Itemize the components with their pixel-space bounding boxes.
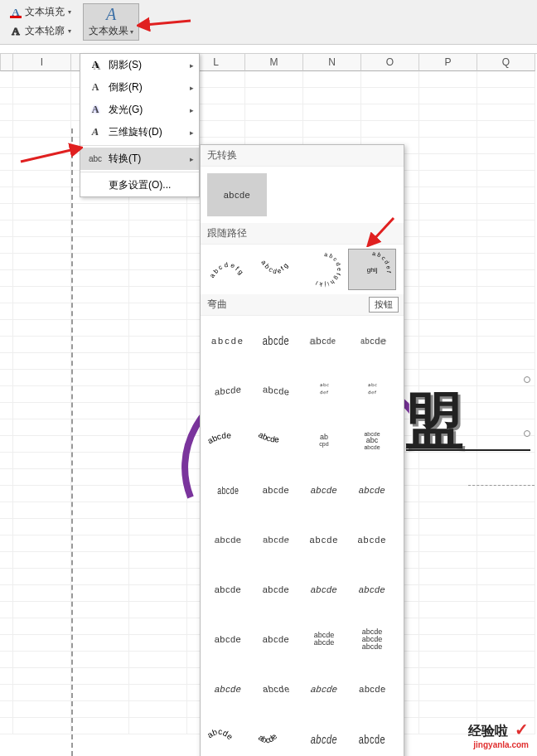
- text-outline-icon: A: [10, 26, 22, 37]
- warp-thumb[interactable]: abcde: [348, 469, 396, 511]
- warp-thumb[interactable]: abcde: [252, 320, 300, 361]
- text-fill-button[interactable]: A 文本填充 ▾: [7, 3, 75, 21]
- warp-thumb[interactable]: ᵃᵇᶜᵈᵉᶠ: [348, 370, 396, 411]
- warp-thumb[interactable]: abcde: [204, 370, 252, 411]
- warp-row: abcde abcde abcpd abcdeabcabcde: [201, 415, 404, 465]
- warp-thumb[interactable]: abcde: [252, 718, 300, 756]
- transform-icon: abc: [87, 154, 104, 163]
- warp-row: abcde abcde abcde abcde: [201, 515, 404, 565]
- warp-thumb[interactable]: abcde: [204, 519, 252, 560]
- menu-label: 倒影(R): [109, 80, 143, 94]
- warp-thumb[interactable]: abcde: [204, 469, 252, 511]
- warp-thumb[interactable]: abcde: [252, 618, 300, 660]
- warp-row: abcde abcde abcdeabcde abcdeabcdeabcde: [201, 614, 404, 664]
- warp-row: abcde abcde ᵃᵇᶜᵈᵉᶠ ᵃᵇᶜᵈᵉᶠ: [201, 366, 404, 415]
- col-header[interactable]: N: [303, 54, 361, 71]
- warp-thumb[interactable]: abcde: [348, 718, 396, 756]
- warp-thumb[interactable]: abcde: [252, 370, 300, 411]
- svg-line-0: [145, 21, 191, 25]
- chevron-down-icon: ▾: [68, 27, 71, 35]
- col-header[interactable]: O: [361, 54, 419, 71]
- chevron-down-icon: ▾: [128, 28, 133, 36]
- warp-thumb[interactable]: abcde: [300, 668, 348, 710]
- path-circle[interactable]: a b c d e f g h i j k l: [300, 249, 348, 290]
- warp-thumb[interactable]: abcde: [204, 618, 252, 660]
- warp-thumb[interactable]: abcde: [300, 569, 348, 610]
- warp-thumb[interactable]: abcde: [204, 718, 252, 756]
- section-no-transform: 无转换: [201, 145, 404, 167]
- warp-thumb[interactable]: abcde: [252, 419, 300, 461]
- col-header[interactable]: Q: [477, 54, 535, 71]
- menu-reflection[interactable]: A 倒影(R) ▸: [80, 76, 199, 99]
- wordart-underline: [406, 449, 530, 451]
- warp-thumb[interactable]: abcde: [348, 569, 396, 610]
- text-outline-label: 文本轮廓: [25, 24, 65, 38]
- warp-thumb[interactable]: abcde: [348, 668, 396, 710]
- menu-label: 转换(T): [109, 152, 141, 166]
- svg-text:abcde: abcde: [257, 429, 279, 443]
- menu-3d-rotation[interactable]: A 三维旋转(D) ▸: [80, 121, 199, 143]
- watermark-text: 经验啦: [468, 724, 508, 738]
- warp-thumb[interactable]: abcde: [300, 469, 348, 511]
- warp-thumb[interactable]: abcde: [252, 519, 300, 560]
- chevron-down-icon: ▾: [68, 8, 71, 16]
- col-header[interactable]: M: [245, 54, 303, 71]
- glow-icon: A: [87, 104, 104, 116]
- warp-thumb[interactable]: abcde: [204, 320, 252, 361]
- text-effects-label: 文本效果 ▾: [89, 24, 133, 38]
- warp-thumb[interactable]: abcpd: [300, 419, 348, 461]
- ribbon-toolbar: A 文本填充 ▾ A 文本轮廓 ▾ A 文本效果 ▾: [0, 0, 537, 45]
- svg-text:a b c d e f g: a b c d e f g: [259, 259, 289, 275]
- warp-thumb[interactable]: abcde: [252, 668, 300, 710]
- col-header[interactable]: P: [419, 54, 477, 71]
- warp-thumb[interactable]: abcde: [348, 519, 396, 560]
- text-effects-button[interactable]: A 文本效果 ▾: [83, 3, 139, 41]
- resize-handle[interactable]: [524, 376, 530, 383]
- menu-shadow[interactable]: A 阴影(S) ▸: [80, 54, 199, 76]
- menu-glow[interactable]: A 发光(G) ▸: [80, 99, 199, 121]
- reflection-icon: A: [87, 81, 104, 94]
- warp-thumb[interactable]: ᵃᵇᶜᵈᵉᶠ: [300, 370, 348, 411]
- text-fill-icon: A: [10, 7, 22, 18]
- menu-label: 三维旋转(D): [109, 125, 162, 139]
- text-effects-menu: A 阴影(S) ▸ A 倒影(R) ▸ A 发光(G) ▸ A 三维旋转(D) …: [80, 53, 200, 197]
- resize-handle[interactable]: [524, 430, 530, 437]
- warp-thumb[interactable]: abcde: [204, 668, 252, 710]
- warp-thumb[interactable]: abcde: [252, 469, 300, 511]
- path-button[interactable]: a b c d e fghij: [348, 249, 396, 290]
- text-outline-button[interactable]: A 文本轮廓 ▾: [7, 22, 75, 40]
- chevron-right-icon: ▸: [190, 84, 194, 92]
- annotation-arrow: [137, 8, 195, 33]
- no-transform-thumb[interactable]: abcde: [207, 173, 267, 216]
- watermark-url: jingyanla.com: [468, 740, 529, 749]
- menu-more-settings[interactable]: 更多设置(O)...: [80, 174, 199, 196]
- chevron-right-icon: ▸: [190, 61, 194, 70]
- annotation-arrow: [365, 214, 398, 247]
- warp-thumb[interactable]: abcde: [300, 718, 348, 756]
- path-thumbs: a b c d e f g a b c d e f g a b c d e f …: [201, 245, 404, 294]
- section-warp: 弯曲 按钮: [201, 294, 404, 316]
- col-corner: [0, 54, 13, 71]
- warp-thumb[interactable]: abcdeabcde: [300, 618, 348, 660]
- menu-label: 更多设置(O)...: [109, 178, 171, 192]
- warp-thumb[interactable]: abcde: [348, 320, 396, 361]
- selection-guide: [71, 128, 73, 756]
- warp-thumb[interactable]: abcdeabcdeabcde: [348, 618, 396, 660]
- warp-thumb[interactable]: abcde: [204, 569, 252, 610]
- menu-label: 阴影(S): [109, 58, 142, 72]
- warp-row: abcde abcde abcde abcde: [201, 465, 404, 515]
- path-arch-up[interactable]: a b c d e f g: [204, 249, 252, 290]
- warp-thumb[interactable]: abcde: [300, 519, 348, 560]
- svg-text:a b c d e f g: a b c d e f g: [208, 261, 244, 279]
- warp-thumb[interactable]: abcde: [252, 569, 300, 610]
- warp-row: abcde abcde abcde abcde: [201, 664, 404, 714]
- path-arch-down[interactable]: a b c d e f g: [252, 249, 300, 290]
- warp-thumb[interactable]: abcdeabcabcde: [348, 419, 396, 461]
- menu-transform[interactable]: abc 转换(T) ▸: [80, 148, 199, 170]
- warp-label: 弯曲: [207, 298, 227, 310]
- warp-thumb[interactable]: abcde: [204, 419, 252, 461]
- svg-line-1: [21, 149, 75, 162]
- warp-thumb[interactable]: abcde: [300, 320, 348, 361]
- col-header[interactable]: I: [13, 54, 71, 71]
- text-fill-label: 文本填充: [25, 5, 65, 19]
